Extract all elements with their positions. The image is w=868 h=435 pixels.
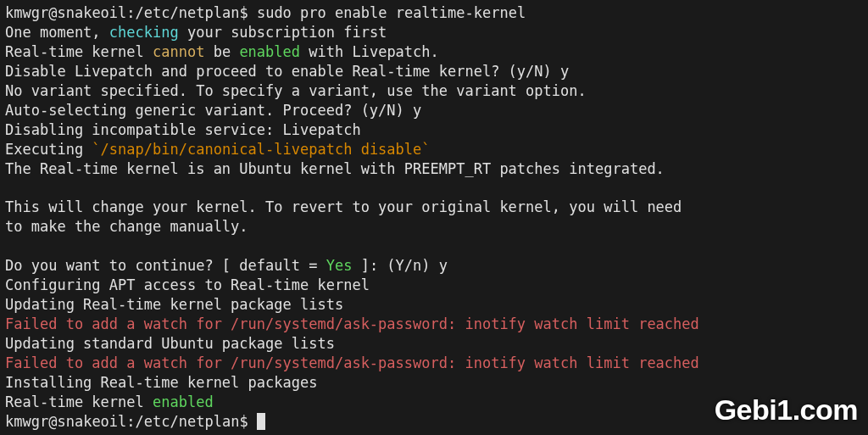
command-text: sudo pro enable realtime-kernel: [257, 4, 526, 21]
prompt-symbol: $: [239, 4, 248, 21]
error-line: Failed to add a watch for /run/systemd/a…: [5, 315, 863, 334]
prompt-line-1: kmwgr@snakeoil:/etc/netplan$ sudo pro en…: [5, 3, 863, 23]
prompt-symbol: $: [239, 413, 248, 430]
output-line: Do you want to continue? [ default = Yes…: [5, 256, 863, 276]
text: Real-time kernel: [5, 393, 153, 410]
text: Executing: [5, 141, 92, 158]
text-enabled-status: enabled: [153, 393, 214, 410]
output-line: One moment, checking your subscription f…: [5, 23, 863, 42]
text: One moment,: [5, 24, 109, 41]
output-line: to make the change manually.: [5, 217, 863, 237]
cursor-icon: [257, 413, 265, 430]
output-line: The Real-time kernel is an Ubuntu kernel…: [5, 159, 863, 179]
output-line: Real-time kernel cannot be enabled with …: [5, 42, 863, 62]
text: Real-time kernel: [5, 43, 153, 60]
text: your subscription first: [179, 24, 387, 41]
text-cannot: cannot: [153, 43, 204, 60]
error-line: Failed to add a watch for /run/systemd/a…: [5, 354, 863, 373]
text: be: [204, 43, 239, 60]
output-line: Installing Real-time kernel packages: [5, 373, 863, 393]
text-enabled: enabled: [239, 43, 300, 60]
output-line: Configuring APT access to Real-time kern…: [5, 276, 863, 295]
text-exec-path: `/snap/bin/canonical-livepatch disable`: [92, 141, 430, 158]
prompt-user: kmwgr: [5, 413, 48, 430]
prompt-host: snakeoil: [57, 4, 126, 21]
output-line: Auto-selecting generic variant. Proceed?…: [5, 101, 863, 120]
text-yes: Yes: [326, 257, 353, 274]
output-line: No variant specified. To specify a varia…: [5, 81, 863, 101]
watermark: Gebi1.com: [715, 391, 858, 430]
prompt-path: /etc/netplan: [136, 413, 240, 430]
output-line: This will change your kernel. To revert …: [5, 198, 863, 217]
output-line: Disable Livepatch and proceed to enable …: [5, 62, 863, 81]
output-line-blank: [5, 178, 863, 198]
text-checking: checking: [109, 24, 179, 41]
output-line: Disabling incompatible service: Livepatc…: [5, 120, 863, 140]
text: Do you want to continue? [ default =: [5, 257, 326, 274]
output-line: Executing `/snap/bin/canonical-livepatch…: [5, 140, 863, 159]
output-line: Updating Real-time kernel package lists: [5, 295, 863, 315]
text: ]: (Y/n) y: [352, 257, 448, 274]
text: with Livepatch.: [300, 43, 439, 60]
prompt-host: snakeoil: [57, 413, 126, 430]
terminal-output[interactable]: kmwgr@snakeoil:/etc/netplan$ sudo pro en…: [5, 3, 863, 432]
output-line: Updating standard Ubuntu package lists: [5, 334, 863, 354]
prompt-path: /etc/netplan: [136, 4, 240, 21]
prompt-user: kmwgr: [5, 4, 48, 21]
output-line-blank: [5, 237, 863, 256]
